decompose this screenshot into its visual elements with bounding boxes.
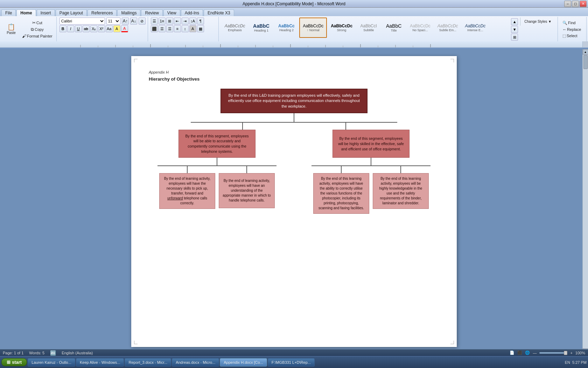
h-line xyxy=(191,122,397,123)
taskbar-outlookBtn[interactable]: Lauren Kairuz - Outlo... xyxy=(28,358,75,367)
zoom-thumb[interactable] xyxy=(564,351,567,355)
editing-content: 🔍 Find ↔ Replace ⬚ Select xyxy=(561,18,584,41)
style-nospace[interactable]: AaBbCcDc No Spaci... xyxy=(407,18,434,38)
style-title[interactable]: AaBbC Title xyxy=(382,18,406,38)
hierarchy-chart: By the end of this L&D training program … xyxy=(149,89,439,214)
fontcolor-button[interactable]: A xyxy=(121,25,128,32)
select-button[interactable]: ⬚ Select xyxy=(561,33,579,39)
left-level2-text: By the end of this segment, employees wi… xyxy=(183,134,251,154)
tab-home[interactable]: Home xyxy=(16,9,36,16)
conn-rl xyxy=(341,166,342,173)
scroll-up-button[interactable]: ▲ xyxy=(583,49,588,55)
connector-v-root xyxy=(294,113,294,122)
taskbar-fileBtn[interactable]: F:\MGB331 L+D\Rep... xyxy=(268,358,315,367)
styles-scroll-down[interactable]: ▼ xyxy=(511,26,518,33)
word-count: Words: 5 xyxy=(29,351,44,355)
restore-button[interactable]: ◻ xyxy=(572,1,579,7)
align-center-button[interactable]: ☰ xyxy=(159,25,166,32)
style-heading2[interactable]: AaBbCc Heading 2 xyxy=(274,18,299,38)
style-strong[interactable]: AaBbCcDc Strong xyxy=(328,18,356,38)
strikethrough-button[interactable]: ab xyxy=(83,25,90,32)
sort-button[interactable]: ↕A xyxy=(189,18,196,25)
close-button[interactable]: ✕ xyxy=(580,1,587,7)
tab-addins[interactable]: Add-Ins xyxy=(181,9,203,16)
style-heading1-preview: AaBbC xyxy=(253,23,270,29)
tab-insert[interactable]: Insert xyxy=(37,9,55,16)
superscript-button[interactable]: X² xyxy=(98,25,105,32)
tab-view[interactable]: View xyxy=(163,9,180,16)
style-intenseem[interactable]: AaBbCcDc Intense E... xyxy=(462,18,489,38)
copy-button[interactable]: ⧉ Copy xyxy=(20,26,54,33)
clear-format-button[interactable]: ⊘ xyxy=(139,18,146,25)
start-label: start xyxy=(12,360,22,365)
style-subtleem[interactable]: AaBbCcDc Subtle Em... xyxy=(434,18,461,38)
taskbar-andreasBtn[interactable]: Andreas.docx - Micro... xyxy=(172,358,219,367)
document-page[interactable]: Appendix H Hierarchy of Objectives By th… xyxy=(131,56,457,347)
style-intenseem-preview: AaBbCcDc xyxy=(465,23,486,28)
textcase-button[interactable]: Aa xyxy=(106,25,113,32)
subscript-button[interactable]: X₂ xyxy=(90,25,97,32)
replace-button[interactable]: ↔ Replace xyxy=(561,27,583,32)
tab-mailings[interactable]: Mailings xyxy=(117,9,140,16)
line-spacing-button[interactable]: ↕ xyxy=(182,25,189,32)
minimize-button[interactable]: – xyxy=(564,1,571,7)
justify-button[interactable]: ≡ xyxy=(174,25,181,32)
font-size-select[interactable]: 11 xyxy=(106,18,120,25)
bullets-button[interactable]: ☰ xyxy=(151,18,158,25)
taskbar-report3Btn[interactable]: Report_3.docx - Micr... xyxy=(125,358,171,367)
bold-button[interactable]: B xyxy=(59,25,66,32)
styles-scroll-up[interactable]: ▲ xyxy=(511,18,518,25)
style-heading2-label: Heading 2 xyxy=(279,28,294,32)
decrease-indent-button[interactable]: ⇤ xyxy=(174,18,181,25)
vertical-scrollbar[interactable]: ▲ ▼ xyxy=(582,49,588,354)
multilevel-button[interactable]: ⊞ xyxy=(166,18,173,25)
align-left-button[interactable]: ⬛ xyxy=(151,25,158,32)
zoom-slider[interactable] xyxy=(539,352,567,354)
style-strong-label: Strong xyxy=(337,28,346,32)
replace-label: Replace xyxy=(567,27,581,32)
cut-button[interactable]: ✂ Cut xyxy=(20,20,54,26)
change-styles-button[interactable]: Change Styles ▼ xyxy=(523,19,553,24)
style-nospace-label: No Spaci... xyxy=(412,28,428,32)
view-normal-icon[interactable]: 📄 xyxy=(510,350,514,355)
align-right-button[interactable]: ☰ xyxy=(166,25,173,32)
format-painter-label: Format Painter xyxy=(27,34,52,38)
scroll-thumb[interactable] xyxy=(583,55,588,69)
tab-page-layout[interactable]: Page Layout xyxy=(56,9,87,16)
view-web-icon[interactable]: 🌐 xyxy=(525,350,530,355)
window-controls[interactable]: – ◻ ✕ xyxy=(564,1,587,7)
borders-button[interactable]: ▦ xyxy=(197,25,204,32)
style-heading1[interactable]: AaBbC Heading 1 xyxy=(249,18,273,38)
start-button[interactable]: ⊞ start xyxy=(1,358,27,366)
lr3-box: By the end of learning activity, employe… xyxy=(219,173,275,208)
style-subtitle[interactable]: AaBbCcI Subtitle xyxy=(356,18,381,38)
zoom-in-button[interactable]: + xyxy=(570,351,572,355)
tab-file[interactable]: File xyxy=(1,9,16,16)
tab-review[interactable]: Review xyxy=(141,9,162,16)
style-emphasis[interactable]: AaBbCcDc Emphasis xyxy=(222,18,248,38)
shrink-font-button[interactable]: A↓ xyxy=(130,18,137,25)
italic-button[interactable]: I xyxy=(67,25,74,32)
paste-button[interactable]: 📋 Paste xyxy=(4,22,19,36)
numbering-button[interactable]: 1≡ xyxy=(159,18,166,25)
style-title-preview: AaBbC xyxy=(386,23,401,29)
increase-indent-button[interactable]: ⇥ xyxy=(182,18,189,25)
format-painter-button[interactable]: 🖌 Format Painter xyxy=(20,33,54,39)
view-fullscreen-icon[interactable]: ⬛ xyxy=(517,350,522,355)
zoom-out-button[interactable]: — xyxy=(533,351,537,355)
find-button[interactable]: 🔍 Find xyxy=(561,20,577,26)
taskbar-appendixBtn[interactable]: Appendix H.docx [Co... xyxy=(220,358,267,367)
tab-references[interactable]: References xyxy=(88,9,117,16)
shading-button[interactable]: A xyxy=(189,25,196,32)
styles-more[interactable]: ⊞ xyxy=(511,34,518,41)
style-emphasis-preview: AaBbCcDc xyxy=(225,23,245,28)
tab-endnote[interactable]: EndNote X3 xyxy=(204,9,234,16)
show-formatting-button[interactable]: ¶ xyxy=(197,18,204,25)
scroll-track[interactable] xyxy=(583,55,588,348)
style-normal[interactable]: AaBbCcDc ↑ Normal xyxy=(299,18,327,38)
underline-button[interactable]: U xyxy=(75,25,82,32)
highlight-button[interactable]: A xyxy=(113,25,120,32)
font-name-select[interactable]: Calibri xyxy=(59,18,105,25)
taskbar-keepaliveBtn[interactable]: Keep Alive - Windows... xyxy=(76,358,124,367)
grow-font-button[interactable]: A↑ xyxy=(122,18,129,25)
